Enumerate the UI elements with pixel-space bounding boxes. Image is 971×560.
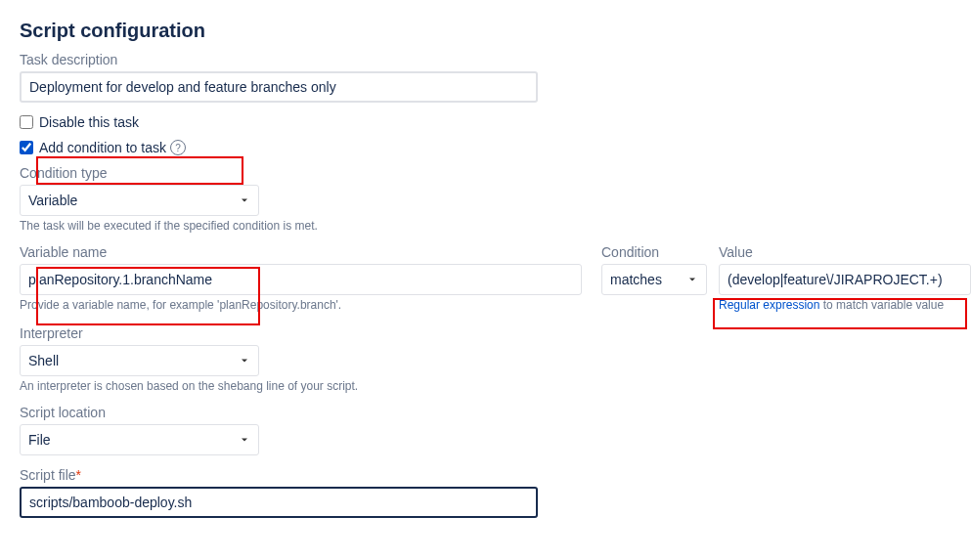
script-location-label: Script location — [20, 405, 951, 420]
condition-type-label: Condition type — [20, 165, 951, 181]
disable-task-label: Disable this task — [39, 114, 139, 130]
help-icon[interactable]: ? — [170, 140, 186, 155]
task-description-input[interactable] — [20, 71, 538, 103]
value-input[interactable] — [719, 264, 971, 295]
page-title: Script configuration — [20, 20, 951, 42]
condition-group: Condition matches — [601, 244, 699, 295]
interpreter-select[interactable]: Shell — [20, 345, 259, 376]
add-condition-checkbox[interactable] — [20, 141, 33, 154]
script-location-select[interactable]: File — [20, 424, 259, 455]
script-file-label: Script file — [20, 467, 951, 483]
value-help-suffix: to match variable value — [819, 298, 944, 312]
condition-label: Condition — [601, 244, 699, 260]
script-location-group: Script location File — [20, 405, 951, 455]
interpreter-help: An interpreter is chosen based on the sh… — [20, 379, 951, 393]
variable-name-input[interactable] — [20, 264, 582, 295]
variable-name-group: Variable name Provide a variable name, f… — [20, 244, 582, 312]
disable-task-row: Disable this task — [20, 114, 951, 130]
regex-link[interactable]: Regular expression — [719, 298, 819, 312]
interpreter-label: Interpreter — [20, 325, 951, 341]
value-group: Value Regular expression to match variab… — [719, 244, 971, 312]
interpreter-group: Interpreter Shell An interpreter is chos… — [20, 325, 951, 393]
disable-task-checkbox[interactable] — [20, 115, 33, 129]
add-condition-row: Add condition to task ? — [20, 140, 951, 155]
value-label: Value — [719, 244, 971, 260]
script-file-group: Script file — [20, 467, 951, 518]
task-description-group: Task description — [20, 52, 951, 103]
condition-select[interactable]: matches — [601, 264, 707, 295]
condition-type-help: The task will be executed if the specifi… — [20, 219, 951, 233]
variable-name-label: Variable name — [20, 244, 582, 260]
value-help: Regular expression to match variable val… — [719, 298, 971, 312]
task-description-label: Task description — [20, 52, 951, 67]
condition-row: Variable name Provide a variable name, f… — [20, 244, 951, 312]
add-condition-label: Add condition to task — [39, 140, 166, 155]
script-file-input[interactable] — [20, 487, 538, 518]
variable-name-help: Provide a variable name, for example 'pl… — [20, 298, 582, 312]
condition-type-group: Condition type Variable The task will be… — [20, 165, 951, 233]
condition-type-select[interactable]: Variable — [20, 185, 259, 216]
